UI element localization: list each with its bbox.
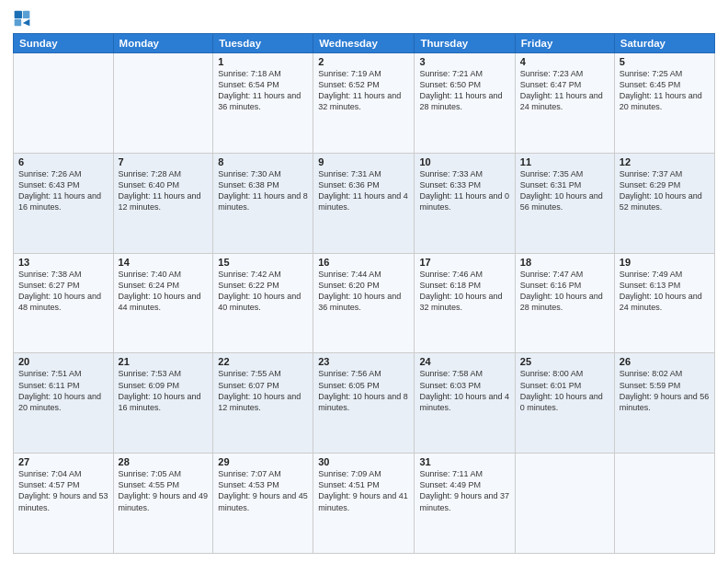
- day-number: 20: [18, 356, 108, 367]
- svg-rect-2: [15, 19, 22, 27]
- calendar-cell: 31Sunrise: 7:11 AM Sunset: 4:49 PM Dayli…: [415, 454, 515, 554]
- week-row-2: 6Sunrise: 7:26 AM Sunset: 6:43 PM Daylig…: [14, 153, 715, 253]
- calendar-cell: 25Sunrise: 8:00 AM Sunset: 6:01 PM Dayli…: [515, 353, 614, 454]
- svg-rect-0: [15, 11, 22, 18]
- day-info: Sunrise: 7:26 AM Sunset: 6:43 PM Dayligh…: [18, 168, 108, 213]
- weekday-header-sunday: Sunday: [14, 34, 114, 53]
- day-info: Sunrise: 7:51 AM Sunset: 6:11 PM Dayligh…: [18, 368, 108, 413]
- day-number: 1: [218, 56, 308, 67]
- calendar-cell: 21Sunrise: 7:53 AM Sunset: 6:09 PM Dayli…: [113, 353, 213, 454]
- calendar-cell: 6Sunrise: 7:26 AM Sunset: 6:43 PM Daylig…: [14, 153, 114, 253]
- day-info: Sunrise: 7:33 AM Sunset: 6:33 PM Dayligh…: [419, 168, 509, 213]
- calendar-page: SundayMondayTuesdayWednesdayThursdayFrid…: [0, 0, 728, 563]
- calendar-cell: 13Sunrise: 7:38 AM Sunset: 6:27 PM Dayli…: [14, 253, 114, 353]
- day-info: Sunrise: 7:23 AM Sunset: 6:47 PM Dayligh…: [520, 68, 609, 113]
- day-number: 16: [318, 257, 409, 268]
- day-number: 27: [18, 456, 108, 467]
- day-number: 11: [520, 156, 609, 167]
- calendar-cell: 28Sunrise: 7:05 AM Sunset: 4:55 PM Dayli…: [113, 454, 213, 554]
- day-number: 26: [620, 356, 710, 367]
- day-number: 9: [318, 156, 409, 167]
- day-number: 5: [620, 56, 710, 67]
- day-number: 30: [318, 456, 409, 467]
- week-row-3: 13Sunrise: 7:38 AM Sunset: 6:27 PM Dayli…: [14, 253, 715, 353]
- svg-rect-1: [23, 11, 30, 18]
- weekday-header-wednesday: Wednesday: [313, 34, 415, 53]
- week-row-4: 20Sunrise: 7:51 AM Sunset: 6:11 PM Dayli…: [14, 353, 715, 454]
- weekday-header-thursday: Thursday: [415, 34, 515, 53]
- day-number: 12: [620, 156, 710, 167]
- day-number: 4: [520, 56, 609, 67]
- day-number: 13: [18, 257, 108, 268]
- calendar-cell: 24Sunrise: 7:58 AM Sunset: 6:03 PM Dayli…: [415, 353, 515, 454]
- day-number: 10: [419, 156, 509, 167]
- calendar-cell: [515, 454, 614, 554]
- calendar-cell: 1Sunrise: 7:18 AM Sunset: 6:54 PM Daylig…: [213, 53, 313, 154]
- day-number: 28: [119, 456, 209, 467]
- day-number: 7: [119, 156, 209, 167]
- calendar-cell: 11Sunrise: 7:35 AM Sunset: 6:31 PM Dayli…: [515, 153, 614, 253]
- weekday-header-saturday: Saturday: [614, 34, 714, 53]
- calendar-cell: 16Sunrise: 7:44 AM Sunset: 6:20 PM Dayli…: [313, 253, 415, 353]
- svg-marker-3: [23, 19, 30, 27]
- day-info: Sunrise: 7:47 AM Sunset: 6:16 PM Dayligh…: [520, 269, 609, 314]
- calendar-cell: 7Sunrise: 7:28 AM Sunset: 6:40 PM Daylig…: [113, 153, 213, 253]
- weekday-header-tuesday: Tuesday: [213, 34, 313, 53]
- day-info: Sunrise: 7:25 AM Sunset: 6:45 PM Dayligh…: [620, 68, 710, 113]
- day-info: Sunrise: 7:19 AM Sunset: 6:52 PM Dayligh…: [318, 68, 409, 113]
- day-info: Sunrise: 7:58 AM Sunset: 6:03 PM Dayligh…: [419, 368, 509, 413]
- day-info: Sunrise: 7:05 AM Sunset: 4:55 PM Dayligh…: [119, 468, 209, 513]
- day-number: 6: [18, 156, 108, 167]
- day-info: Sunrise: 7:42 AM Sunset: 6:22 PM Dayligh…: [218, 269, 308, 314]
- calendar-cell: 20Sunrise: 7:51 AM Sunset: 6:11 PM Dayli…: [14, 353, 114, 454]
- day-info: Sunrise: 7:07 AM Sunset: 4:53 PM Dayligh…: [218, 468, 308, 513]
- day-info: Sunrise: 7:35 AM Sunset: 6:31 PM Dayligh…: [520, 168, 609, 213]
- day-info: Sunrise: 7:21 AM Sunset: 6:50 PM Dayligh…: [419, 68, 509, 113]
- day-info: Sunrise: 7:11 AM Sunset: 4:49 PM Dayligh…: [419, 468, 509, 513]
- day-number: 22: [218, 356, 308, 367]
- day-number: 15: [218, 257, 308, 268]
- day-number: 19: [620, 257, 710, 268]
- calendar-cell: 30Sunrise: 7:09 AM Sunset: 4:51 PM Dayli…: [313, 454, 415, 554]
- calendar-cell: 3Sunrise: 7:21 AM Sunset: 6:50 PM Daylig…: [415, 53, 515, 154]
- calendar-cell: 29Sunrise: 7:07 AM Sunset: 4:53 PM Dayli…: [213, 454, 313, 554]
- calendar-cell: 9Sunrise: 7:31 AM Sunset: 6:36 PM Daylig…: [313, 153, 415, 253]
- week-row-5: 27Sunrise: 7:04 AM Sunset: 4:57 PM Dayli…: [14, 454, 715, 554]
- calendar-cell: [14, 53, 114, 154]
- calendar-cell: 2Sunrise: 7:19 AM Sunset: 6:52 PM Daylig…: [313, 53, 415, 154]
- day-number: 29: [218, 456, 308, 467]
- day-number: 21: [119, 356, 209, 367]
- day-info: Sunrise: 7:55 AM Sunset: 6:07 PM Dayligh…: [218, 368, 308, 413]
- day-info: Sunrise: 7:44 AM Sunset: 6:20 PM Dayligh…: [318, 269, 409, 314]
- calendar-cell: 17Sunrise: 7:46 AM Sunset: 6:18 PM Dayli…: [415, 253, 515, 353]
- calendar-cell: 10Sunrise: 7:33 AM Sunset: 6:33 PM Dayli…: [415, 153, 515, 253]
- calendar-table: SundayMondayTuesdayWednesdayThursdayFrid…: [13, 33, 715, 554]
- day-info: Sunrise: 8:00 AM Sunset: 6:01 PM Dayligh…: [520, 368, 609, 413]
- weekday-header-row: SundayMondayTuesdayWednesdayThursdayFrid…: [14, 34, 715, 53]
- calendar-cell: 26Sunrise: 8:02 AM Sunset: 5:59 PM Dayli…: [614, 353, 714, 454]
- day-info: Sunrise: 7:56 AM Sunset: 6:05 PM Dayligh…: [318, 368, 409, 413]
- day-number: 18: [520, 257, 609, 268]
- calendar-cell: 14Sunrise: 7:40 AM Sunset: 6:24 PM Dayli…: [113, 253, 213, 353]
- day-info: Sunrise: 7:04 AM Sunset: 4:57 PM Dayligh…: [18, 468, 108, 513]
- day-info: Sunrise: 7:30 AM Sunset: 6:38 PM Dayligh…: [218, 168, 308, 213]
- day-info: Sunrise: 7:18 AM Sunset: 6:54 PM Dayligh…: [218, 68, 308, 113]
- calendar-cell: 4Sunrise: 7:23 AM Sunset: 6:47 PM Daylig…: [515, 53, 614, 154]
- day-number: 2: [318, 56, 409, 67]
- day-info: Sunrise: 7:38 AM Sunset: 6:27 PM Dayligh…: [18, 269, 108, 314]
- weekday-header-friday: Friday: [515, 34, 614, 53]
- day-info: Sunrise: 7:37 AM Sunset: 6:29 PM Dayligh…: [620, 168, 710, 213]
- day-info: Sunrise: 8:02 AM Sunset: 5:59 PM Dayligh…: [620, 368, 710, 413]
- calendar-cell: 18Sunrise: 7:47 AM Sunset: 6:16 PM Dayli…: [515, 253, 614, 353]
- calendar-cell: 12Sunrise: 7:37 AM Sunset: 6:29 PM Dayli…: [614, 153, 714, 253]
- logo: [13, 9, 33, 28]
- day-number: 17: [419, 257, 509, 268]
- calendar-cell: [614, 454, 714, 554]
- week-row-1: 1Sunrise: 7:18 AM Sunset: 6:54 PM Daylig…: [14, 53, 715, 154]
- day-number: 24: [419, 356, 509, 367]
- logo-icon: [13, 9, 31, 28]
- calendar-cell: 23Sunrise: 7:56 AM Sunset: 6:05 PM Dayli…: [313, 353, 415, 454]
- day-info: Sunrise: 7:31 AM Sunset: 6:36 PM Dayligh…: [318, 168, 409, 213]
- day-info: Sunrise: 7:46 AM Sunset: 6:18 PM Dayligh…: [419, 269, 509, 314]
- weekday-header-monday: Monday: [113, 34, 213, 53]
